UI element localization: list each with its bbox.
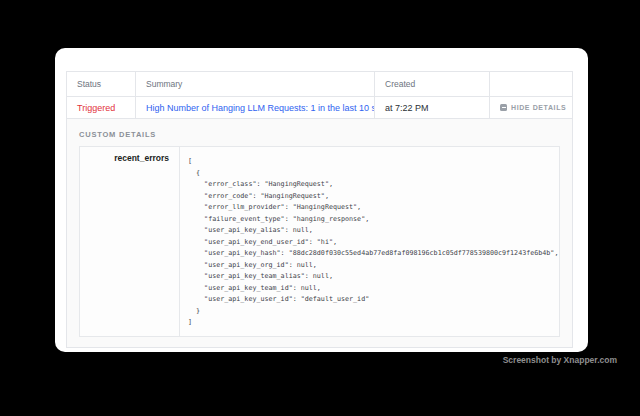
created-cell: at 7:22 PM (374, 97, 489, 118)
table-row: Triggered High Number of Hanging LLM Req… (67, 97, 572, 119)
hide-details-label: HIDE DETAILS (511, 104, 566, 111)
table-header-row: Status Summary Created (67, 72, 572, 97)
xnapper-watermark: Screenshot by Xnapper.com (503, 355, 617, 365)
actions-cell: HIDE DETAILS (489, 97, 572, 118)
status-cell: Triggered (67, 97, 135, 118)
recent-errors-json: [ { "error_class": "HangingRequest", "er… (180, 147, 559, 335)
alerts-table: Status Summary Created Triggered High Nu… (66, 71, 573, 348)
alert-card: Status Summary Created Triggered High Nu… (55, 48, 588, 352)
summary-cell: High Number of Hanging LLM Requests: 1 i… (135, 97, 374, 118)
custom-details-heading: CUSTOM DETAILS (79, 130, 560, 139)
header-summary: Summary (135, 72, 374, 96)
alert-summary-link[interactable]: High Number of Hanging LLM Requests: 1 i… (146, 103, 374, 113)
details-key: recent_errors (80, 147, 180, 336)
details-value: [ { "error_class": "HangingRequest", "er… (180, 147, 559, 336)
header-actions (489, 72, 572, 96)
minus-square-icon (500, 104, 507, 111)
custom-details-panel: CUSTOM DETAILS recent_errors [ { "error_… (67, 119, 572, 347)
hide-details-button[interactable]: HIDE DETAILS (500, 104, 566, 111)
header-created: Created (374, 72, 489, 96)
details-key-value-box: recent_errors [ { "error_class": "Hangin… (79, 146, 560, 337)
status-badge: Triggered (77, 103, 115, 113)
created-timestamp: at 7:22 PM (385, 103, 429, 113)
header-status: Status (67, 72, 135, 96)
